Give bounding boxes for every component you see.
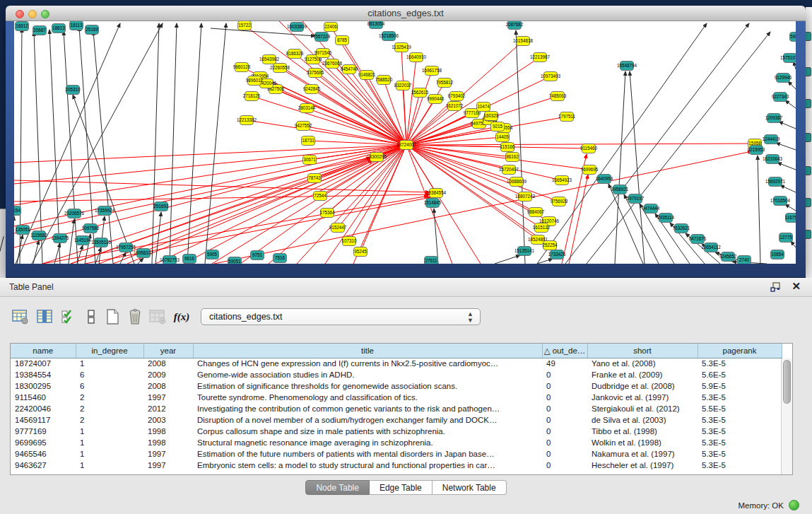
function-builder-icon[interactable]: f(x): [171, 305, 192, 328]
close-panel-icon[interactable]: ✕: [792, 281, 801, 292]
table-cell[interactable]: 2: [76, 392, 143, 403]
table-cell[interactable]: 1997: [143, 448, 193, 460]
table-row[interactable]: 946362711997Embryonic stem cells: a mode…: [11, 460, 792, 471]
table-cell[interactable]: Embryonic stem cells: a model to study s…: [193, 460, 542, 471]
table-cell[interactable]: 1: [76, 448, 143, 460]
tab-edge-table[interactable]: Edge Table: [370, 480, 433, 495]
column-header-pagerank[interactable]: pagerank: [698, 344, 782, 358]
table-cell[interactable]: 0: [542, 380, 587, 392]
table-cell[interactable]: 22420046: [11, 403, 76, 414]
table-cell[interactable]: Estimation of the future numbers of pati…: [193, 448, 542, 460]
table-cell[interactable]: 2012: [143, 403, 193, 414]
column-header-in_degree[interactable]: in_degree: [76, 344, 143, 358]
memory-indicator-icon[interactable]: [789, 500, 799, 510]
table-cell[interactable]: 9699695: [11, 437, 76, 448]
vertical-scrollbar[interactable]: [781, 358, 792, 474]
table-cell[interactable]: Dudbridge et al. (2008): [587, 380, 698, 392]
table-row[interactable]: 969969511998Structural magnetic resonanc…: [11, 437, 792, 448]
table-cell[interactable]: 1997: [143, 460, 193, 471]
table-cell[interactable]: 9777169: [11, 426, 76, 437]
table-cell[interactable]: 1: [76, 437, 143, 448]
table-cell[interactable]: 49: [542, 358, 587, 369]
table-cell[interactable]: 0: [542, 448, 587, 460]
row-height-icon[interactable]: [81, 305, 102, 328]
table-cell[interactable]: 18300295: [11, 380, 76, 392]
column-header-year[interactable]: year: [143, 344, 193, 358]
table-cell[interactable]: Tourette syndrome. Phenomenology and cla…: [193, 392, 542, 403]
select-columns-icon[interactable]: [58, 305, 79, 328]
table-cell[interactable]: Genome-wide association studies in ADHD.: [193, 369, 542, 380]
table-cell[interactable]: Hescheler et al. (1997): [587, 460, 698, 471]
table-cell[interactable]: 5.5E-5: [698, 403, 782, 414]
table-cell[interactable]: 1: [76, 426, 143, 437]
table-cell[interactable]: 5.3E-5: [698, 392, 782, 403]
table-cell[interactable]: 18724007: [11, 358, 76, 369]
table-cell[interactable]: 6: [76, 380, 143, 392]
table-cell[interactable]: 1997: [143, 392, 193, 403]
table-cell[interactable]: 0: [542, 369, 587, 380]
table-row[interactable]: 977716911998Corpus callosum shape and si…: [11, 426, 792, 437]
table-cell[interactable]: 1: [76, 358, 143, 369]
table-cell[interactable]: 6: [76, 369, 143, 380]
table-cell[interactable]: Estimation of significance thresholds fo…: [193, 380, 542, 392]
table-row[interactable]: 911546021997Tourette syndrome. Phenomeno…: [11, 392, 792, 403]
show-columns-icon[interactable]: [34, 305, 55, 328]
table-cell[interactable]: 2009: [143, 369, 193, 380]
table-cell[interactable]: Changes of HCN gene expression and I(f) …: [193, 358, 542, 369]
table-cell[interactable]: 19384554: [11, 369, 76, 380]
table-cell[interactable]: 5.3E-5: [698, 460, 782, 471]
table-cell[interactable]: 9115460: [11, 392, 76, 403]
table-row[interactable]: 1830029562008Estimation of significance …: [11, 380, 792, 392]
table-cell[interactable]: 14569117: [11, 414, 76, 426]
table-cell[interactable]: 0: [542, 460, 587, 471]
table-cell[interactable]: 9463627: [11, 460, 76, 471]
table-cell[interactable]: 5.3E-5: [698, 437, 782, 448]
table-row[interactable]: 1938455462009Genome-wide association stu…: [11, 369, 792, 380]
column-header-title[interactable]: title: [193, 344, 542, 358]
table-cell[interactable]: Franke et al. (2009): [587, 369, 698, 380]
table-cell[interactable]: Wolkin et al. (1998): [587, 437, 698, 448]
table-cell[interactable]: 5.6E-5: [698, 369, 782, 380]
table-cell[interactable]: 9465546: [11, 448, 76, 460]
table-cell[interactable]: de Silva et al. (2003): [587, 414, 698, 426]
table-cell[interactable]: 2: [76, 403, 143, 414]
table-cell[interactable]: 2: [76, 414, 143, 426]
table-cell[interactable]: Disruption of a novel member of a sodium…: [193, 414, 542, 426]
table-cell[interactable]: 2008: [143, 358, 193, 369]
table-row[interactable]: 1456911722003Disruption of a novel membe…: [11, 414, 792, 426]
table-cell[interactable]: Corpus callosum shape and size in male p…: [193, 426, 542, 437]
column-header-short[interactable]: short: [587, 344, 698, 358]
column-header-out_de[interactable]: △ out_de…: [542, 344, 587, 358]
table-cell[interactable]: Yano et al. (2008): [587, 358, 698, 369]
table-cell[interactable]: Jankovic et al. (1997): [587, 392, 698, 403]
network-canvas[interactable]: 1872400798601288912954222605589827508165…: [14, 21, 796, 264]
table-cell[interactable]: Tibbo et al. (1998): [587, 426, 698, 437]
table-cell[interactable]: 0: [542, 437, 587, 448]
table-row[interactable]: 2242004622012Investigating the contribut…: [11, 403, 792, 414]
table-cell[interactable]: 5.3E-5: [698, 414, 782, 426]
tab-network-table[interactable]: Network Table: [433, 480, 507, 495]
table-cell[interactable]: 2003: [143, 414, 193, 426]
table-row[interactable]: 946554611997Estimation of the future num…: [11, 448, 792, 460]
tab-node-table[interactable]: Node Table: [305, 480, 370, 495]
table-cell[interactable]: 2008: [143, 380, 193, 392]
table-cell[interactable]: Nakamura et al. (1997): [587, 448, 698, 460]
table-cell[interactable]: 1998: [143, 437, 193, 448]
delete-column-icon[interactable]: [124, 305, 146, 328]
table-cell[interactable]: Stergiakouli et al. (2012): [587, 403, 698, 414]
scrollbar-thumb[interactable]: [783, 360, 791, 404]
window-titlebar[interactable]: citations_edges.txt: [6, 6, 806, 21]
table-cell[interactable]: 0: [542, 392, 587, 403]
table-cell[interactable]: Investigating the contribution of common…: [193, 403, 542, 414]
table-cell[interactable]: 0: [542, 403, 587, 414]
float-panel-icon[interactable]: [770, 282, 781, 292]
table-cell[interactable]: 1998: [143, 426, 193, 437]
citation-network-graph[interactable]: 1872400798601288912954222605589827508165…: [14, 21, 796, 264]
table-cell[interactable]: 5.9E-5: [698, 380, 782, 392]
table-cell[interactable]: 1: [76, 460, 143, 471]
table-cell[interactable]: Structural magnetic resonance image aver…: [193, 437, 542, 448]
table-row[interactable]: 1872400712008Changes of HCN gene express…: [11, 358, 792, 369]
table-selector-dropdown[interactable]: citations_edges.txt ▲▼: [201, 308, 481, 325]
table-cell[interactable]: 5.3E-5: [698, 426, 782, 437]
table-mode-icon[interactable]: [10, 305, 31, 328]
